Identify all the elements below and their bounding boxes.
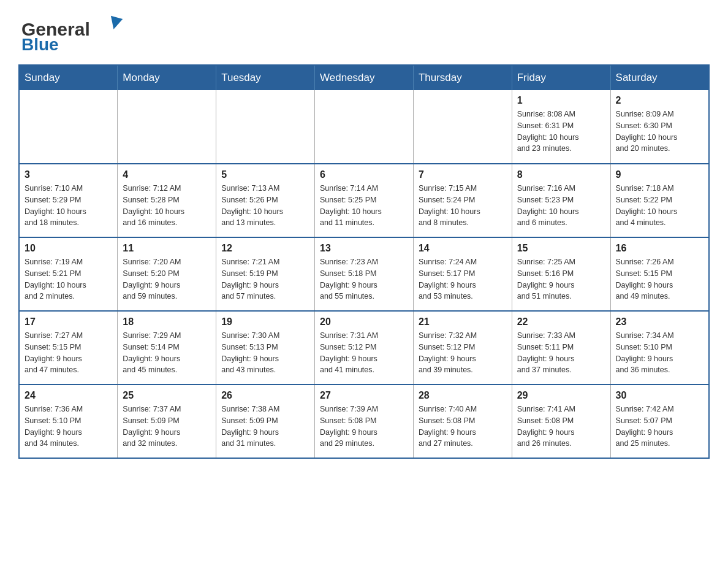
- day-info: Sunrise: 7:20 AMSunset: 5:20 PMDaylight:…: [123, 256, 211, 302]
- day-info: Sunrise: 7:24 AMSunset: 5:17 PMDaylight:…: [419, 256, 507, 302]
- day-info: Sunrise: 7:32 AMSunset: 5:12 PMDaylight:…: [419, 330, 507, 376]
- column-header-wednesday: Wednesday: [315, 65, 414, 90]
- day-number: 28: [419, 390, 507, 401]
- day-number: 11: [123, 243, 211, 254]
- day-number: 27: [320, 390, 408, 401]
- day-number: 8: [517, 169, 605, 180]
- calendar-cell: 28Sunrise: 7:40 AMSunset: 5:08 PMDayligh…: [413, 385, 512, 458]
- day-info: Sunrise: 7:34 AMSunset: 5:10 PMDaylight:…: [616, 330, 703, 376]
- day-number: 14: [419, 243, 507, 254]
- column-header-saturday: Saturday: [610, 65, 709, 90]
- day-info: Sunrise: 7:29 AMSunset: 5:14 PMDaylight:…: [123, 330, 211, 376]
- calendar-cell: [19, 90, 118, 164]
- day-info: Sunrise: 7:14 AMSunset: 5:25 PMDaylight:…: [320, 183, 408, 229]
- calendar-week-3: 10Sunrise: 7:19 AMSunset: 5:21 PMDayligh…: [19, 237, 709, 311]
- day-info: Sunrise: 7:21 AMSunset: 5:19 PMDaylight:…: [221, 256, 309, 302]
- day-number: 10: [25, 243, 112, 254]
- calendar-cell: 23Sunrise: 7:34 AMSunset: 5:10 PMDayligh…: [610, 311, 709, 385]
- calendar-cell: 1Sunrise: 8:08 AMSunset: 6:31 PMDaylight…: [512, 90, 610, 164]
- calendar-cell: 8Sunrise: 7:16 AMSunset: 5:23 PMDaylight…: [512, 164, 610, 237]
- day-number: 17: [25, 316, 112, 327]
- logo: General Blue: [18, 12, 135, 52]
- day-info: Sunrise: 7:18 AMSunset: 5:22 PMDaylight:…: [616, 183, 703, 229]
- day-number: 23: [616, 316, 703, 327]
- column-header-monday: Monday: [118, 65, 216, 90]
- calendar-cell: 21Sunrise: 7:32 AMSunset: 5:12 PMDayligh…: [413, 311, 512, 385]
- day-info: Sunrise: 8:08 AMSunset: 6:31 PMDaylight:…: [517, 109, 605, 155]
- calendar-cell: 7Sunrise: 7:15 AMSunset: 5:24 PMDaylight…: [413, 164, 512, 237]
- calendar-week-5: 24Sunrise: 7:36 AMSunset: 5:10 PMDayligh…: [19, 385, 709, 458]
- day-info: Sunrise: 7:15 AMSunset: 5:24 PMDaylight:…: [419, 183, 507, 229]
- calendar-cell: 9Sunrise: 7:18 AMSunset: 5:22 PMDaylight…: [610, 164, 709, 237]
- calendar-cell: 22Sunrise: 7:33 AMSunset: 5:11 PMDayligh…: [512, 311, 610, 385]
- calendar-cell: 30Sunrise: 7:42 AMSunset: 5:07 PMDayligh…: [610, 385, 709, 458]
- day-number: 3: [25, 169, 112, 180]
- day-number: 29: [517, 390, 605, 401]
- day-number: 18: [123, 316, 211, 327]
- column-header-sunday: Sunday: [19, 65, 118, 90]
- day-number: 2: [616, 95, 703, 106]
- column-header-friday: Friday: [512, 65, 610, 90]
- day-number: 12: [221, 243, 309, 254]
- day-info: Sunrise: 7:16 AMSunset: 5:23 PMDaylight:…: [517, 183, 605, 229]
- day-info: Sunrise: 7:23 AMSunset: 5:18 PMDaylight:…: [320, 256, 408, 302]
- day-number: 19: [221, 316, 309, 327]
- calendar-week-2: 3Sunrise: 7:10 AMSunset: 5:29 PMDaylight…: [19, 164, 709, 237]
- day-number: 25: [123, 390, 211, 401]
- page-header: General Blue: [18, 12, 710, 52]
- day-info: Sunrise: 8:09 AMSunset: 6:30 PMDaylight:…: [616, 109, 703, 155]
- calendar-cell: 26Sunrise: 7:38 AMSunset: 5:09 PMDayligh…: [216, 385, 315, 458]
- calendar-cell: 16Sunrise: 7:26 AMSunset: 5:15 PMDayligh…: [610, 237, 709, 311]
- calendar-cell: [216, 90, 315, 164]
- day-info: Sunrise: 7:40 AMSunset: 5:08 PMDaylight:…: [419, 404, 507, 450]
- calendar-cell: 2Sunrise: 8:09 AMSunset: 6:30 PMDaylight…: [610, 90, 709, 164]
- logo-image: General Blue: [18, 12, 135, 52]
- day-number: 5: [221, 169, 309, 180]
- column-header-thursday: Thursday: [413, 65, 512, 90]
- day-info: Sunrise: 7:12 AMSunset: 5:28 PMDaylight:…: [123, 183, 211, 229]
- calendar-cell: 25Sunrise: 7:37 AMSunset: 5:09 PMDayligh…: [118, 385, 216, 458]
- calendar-cell: 10Sunrise: 7:19 AMSunset: 5:21 PMDayligh…: [19, 237, 118, 311]
- day-info: Sunrise: 7:38 AMSunset: 5:09 PMDaylight:…: [221, 404, 309, 450]
- calendar-cell: [413, 90, 512, 164]
- day-info: Sunrise: 7:10 AMSunset: 5:29 PMDaylight:…: [25, 183, 112, 229]
- day-info: Sunrise: 7:19 AMSunset: 5:21 PMDaylight:…: [25, 256, 112, 302]
- day-number: 20: [320, 316, 408, 327]
- calendar-cell: [118, 90, 216, 164]
- day-number: 1: [517, 95, 605, 106]
- day-number: 13: [320, 243, 408, 254]
- day-info: Sunrise: 7:31 AMSunset: 5:12 PMDaylight:…: [320, 330, 408, 376]
- day-number: 15: [517, 243, 605, 254]
- calendar-cell: 5Sunrise: 7:13 AMSunset: 5:26 PMDaylight…: [216, 164, 315, 237]
- day-info: Sunrise: 7:36 AMSunset: 5:10 PMDaylight:…: [25, 404, 112, 450]
- calendar-cell: 29Sunrise: 7:41 AMSunset: 5:08 PMDayligh…: [512, 385, 610, 458]
- day-number: 21: [419, 316, 507, 327]
- column-header-tuesday: Tuesday: [216, 65, 315, 90]
- day-info: Sunrise: 7:41 AMSunset: 5:08 PMDaylight:…: [517, 404, 605, 450]
- day-number: 22: [517, 316, 605, 327]
- day-number: 7: [419, 169, 507, 180]
- day-number: 6: [320, 169, 408, 180]
- calendar-cell: 27Sunrise: 7:39 AMSunset: 5:08 PMDayligh…: [315, 385, 414, 458]
- calendar-week-4: 17Sunrise: 7:27 AMSunset: 5:15 PMDayligh…: [19, 311, 709, 385]
- calendar-cell: [315, 90, 414, 164]
- calendar-cell: 24Sunrise: 7:36 AMSunset: 5:10 PMDayligh…: [19, 385, 118, 458]
- calendar-cell: 17Sunrise: 7:27 AMSunset: 5:15 PMDayligh…: [19, 311, 118, 385]
- day-number: 4: [123, 169, 211, 180]
- day-info: Sunrise: 7:13 AMSunset: 5:26 PMDaylight:…: [221, 183, 309, 229]
- day-info: Sunrise: 7:26 AMSunset: 5:15 PMDaylight:…: [616, 256, 703, 302]
- calendar-cell: 19Sunrise: 7:30 AMSunset: 5:13 PMDayligh…: [216, 311, 315, 385]
- day-info: Sunrise: 7:42 AMSunset: 5:07 PMDaylight:…: [616, 404, 703, 450]
- calendar-cell: 14Sunrise: 7:24 AMSunset: 5:17 PMDayligh…: [413, 237, 512, 311]
- calendar-cell: 18Sunrise: 7:29 AMSunset: 5:14 PMDayligh…: [118, 311, 216, 385]
- calendar-cell: 11Sunrise: 7:20 AMSunset: 5:20 PMDayligh…: [118, 237, 216, 311]
- calendar-header-row: SundayMondayTuesdayWednesdayThursdayFrid…: [19, 65, 709, 90]
- day-info: Sunrise: 7:33 AMSunset: 5:11 PMDaylight:…: [517, 330, 605, 376]
- day-info: Sunrise: 7:30 AMSunset: 5:13 PMDaylight:…: [221, 330, 309, 376]
- calendar-cell: 6Sunrise: 7:14 AMSunset: 5:25 PMDaylight…: [315, 164, 414, 237]
- day-number: 9: [616, 169, 703, 180]
- calendar-table: SundayMondayTuesdayWednesdayThursdayFrid…: [18, 64, 710, 459]
- day-info: Sunrise: 7:27 AMSunset: 5:15 PMDaylight:…: [25, 330, 112, 376]
- day-number: 16: [616, 243, 703, 254]
- day-info: Sunrise: 7:39 AMSunset: 5:08 PMDaylight:…: [320, 404, 408, 450]
